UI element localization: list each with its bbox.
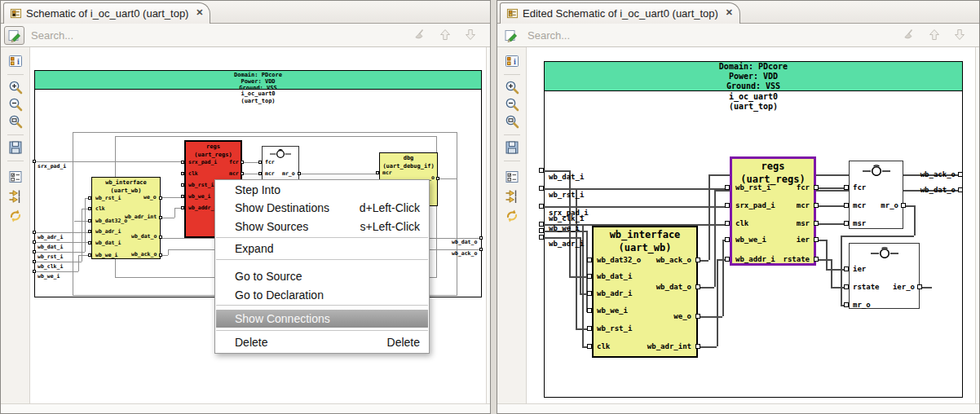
port-pin (814, 221, 819, 226)
search-input[interactable] (528, 27, 797, 44)
refresh-icon[interactable] (8, 209, 23, 223)
toolbar-separator (7, 134, 24, 135)
menu-item-show-sources[interactable]: Show Sourcess+Left-Click (216, 218, 428, 236)
input-pin[interactable] (539, 235, 544, 240)
zoom-out-icon[interactable] (8, 97, 23, 112)
left-horizontal-scrollbar[interactable] (1, 403, 490, 414)
wire (162, 218, 174, 218)
search-input[interactable] (31, 27, 300, 44)
left-vertical-scrollbar[interactable] (486, 47, 491, 403)
properties-icon[interactable]: i (505, 54, 519, 68)
port-label: wb_adr_int (647, 342, 691, 350)
menu-label: Show Sources (235, 220, 308, 233)
search-actions (413, 28, 477, 42)
wire (35, 161, 183, 162)
wire (816, 223, 845, 225)
input-pin[interactable] (33, 250, 36, 253)
port-pin (725, 203, 730, 208)
arrow-up-icon[interactable] (928, 28, 941, 42)
output-pin[interactable] (479, 248, 483, 251)
zoom-fit-icon[interactable] (505, 114, 519, 129)
filter-options-icon[interactable] (505, 170, 519, 184)
port-label: mr_o (881, 201, 898, 209)
menu-label: Expand (235, 242, 273, 255)
arrow-up-icon[interactable] (439, 28, 452, 42)
tab-schematic[interactable]: Schematic of i_oc_uart0 (uart_top) ✕ (3, 2, 210, 24)
port-label: mcr (382, 170, 392, 176)
input-pin[interactable] (33, 231, 36, 234)
wire (162, 197, 183, 198)
arrow-down-icon[interactable] (953, 28, 966, 42)
save-icon[interactable] (8, 140, 23, 155)
port-label: wb_ack_o (131, 252, 157, 258)
tab-close-icon[interactable]: ✕ (726, 7, 733, 18)
pin-connections-icon[interactable] (8, 189, 23, 204)
block-interrupt-logic[interactable] (849, 243, 920, 309)
port-label: msr (853, 219, 866, 227)
input-pin[interactable] (539, 228, 544, 233)
menu-item-expand[interactable]: Expand (216, 240, 428, 258)
tab-edited-schematic[interactable]: Edited Schematic of i_oc_uart0 (uart_top… (500, 2, 740, 24)
input-pin[interactable] (539, 204, 544, 209)
port-label: wb_we_i (735, 236, 766, 244)
input-pin[interactable] (539, 186, 544, 191)
menu-item-show-destinations[interactable]: Show Destinationsd+Left-Click (216, 199, 428, 217)
output-pin[interactable] (479, 236, 483, 240)
search-edit-button[interactable] (501, 26, 521, 45)
menu-item-step-into[interactable]: Step Into (216, 181, 428, 199)
arrow-down-icon[interactable] (464, 28, 477, 42)
clear-highlight-broom-icon[interactable] (902, 28, 916, 42)
zoom-fit-icon[interactable] (8, 114, 23, 129)
port-pin (814, 237, 819, 242)
menu-item-go-to-source[interactable]: Go to Source (216, 267, 428, 285)
toolbar-separator (7, 74, 24, 75)
domain-label: Domain: PDcore (545, 62, 962, 72)
menu-label: Show Destinations (235, 201, 329, 214)
input-pin[interactable] (33, 240, 36, 244)
input-pin[interactable] (33, 260, 36, 263)
wire (831, 259, 832, 287)
wire (544, 206, 726, 208)
port-label: wb_rst_i (95, 196, 121, 201)
block-title: wb_interface (92, 179, 160, 186)
port-label: wb_addr_i (735, 255, 775, 263)
input-pin[interactable] (539, 168, 544, 173)
properties-icon[interactable]: i (8, 54, 23, 68)
port-pin (159, 216, 162, 219)
input-pin[interactable] (33, 270, 36, 273)
zoom-in-icon[interactable] (505, 80, 519, 95)
block-regs-selected[interactable]: regs (uart_regs) (730, 156, 816, 266)
zoom-out-icon[interactable] (505, 97, 519, 112)
zoom-in-icon[interactable] (8, 80, 23, 95)
clear-highlight-broom-icon[interactable] (413, 28, 426, 42)
menu-item-delete[interactable]: DeleteDelete (216, 333, 428, 351)
input-label: wb_we_i (549, 224, 580, 232)
port-label: wb_dat_i (597, 272, 632, 280)
wire (162, 255, 168, 256)
input-pin[interactable] (539, 222, 544, 227)
filter-options-icon[interactable] (8, 170, 23, 184)
pin-connections-icon[interactable] (505, 189, 519, 204)
tab-title: Edited Schematic of i_oc_uart0 (uart_top… (523, 7, 718, 20)
refresh-icon[interactable] (505, 209, 519, 223)
search-edit-button[interactable] (4, 26, 24, 45)
port-label: wb_dat_o (656, 283, 691, 291)
port-label: clk (597, 342, 610, 350)
right-horizontal-scrollbar[interactable] (497, 403, 979, 414)
input-label: wb_clk_i (549, 214, 584, 222)
output-pin[interactable] (958, 172, 963, 177)
menu-label: Go to Declaration (235, 288, 324, 302)
input-pin[interactable] (33, 160, 36, 163)
port-pin (844, 185, 849, 190)
output-label: wb_ack_o (920, 170, 956, 178)
output-pin[interactable] (958, 187, 963, 192)
input-label: wb_rst_i (38, 254, 63, 260)
port-label: wb_ack_o (656, 256, 691, 264)
menu-item-show-connections[interactable]: Show Connections (216, 310, 428, 328)
save-icon[interactable] (505, 140, 519, 155)
right-vertical-scrollbar[interactable] (975, 47, 980, 403)
port-pin (844, 302, 849, 307)
tab-close-icon[interactable]: ✕ (196, 7, 203, 18)
port-label: wb_adr_i (95, 229, 121, 235)
menu-item-go-to-declaration[interactable]: Go to Declaration (216, 286, 428, 304)
